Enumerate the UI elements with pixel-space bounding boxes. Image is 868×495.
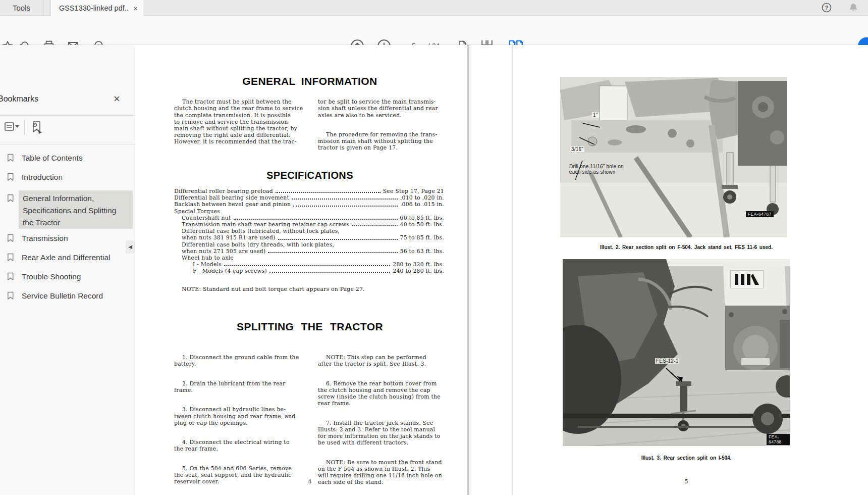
spec-label: Differential ball bearing side movement	[174, 194, 289, 201]
divider	[24, 120, 25, 135]
dot-leader	[352, 225, 397, 226]
spec-row: F - Models (4 cap screws) 240 to 280 ft.…	[174, 268, 444, 274]
section-heading-general-information: GENERAL INFORMATION	[158, 75, 461, 87]
spec-row: Differential roller bearing preload See …	[174, 188, 444, 194]
scan-edge-line	[512, 45, 513, 495]
tab-close-icon[interactable]: ×	[133, 5, 138, 12]
bookmarks-close-icon[interactable]: ×	[114, 93, 120, 105]
tool-label-annotation: FES-12-1	[655, 358, 679, 364]
bookmarks-panel-title: Bookmarks	[0, 94, 38, 104]
spec-row: Transmission main shaft rear bearing ret…	[174, 221, 444, 228]
dot-leader	[268, 252, 397, 253]
intro-column-2: tor be split to service the main transmi…	[318, 92, 445, 164]
photo-code-label: FEA-64788	[767, 434, 790, 445]
steps-column-1: 1. Disconnect the ground cable from the …	[174, 348, 304, 495]
section-heading-specifications: SPECIFICATIONS	[158, 170, 461, 181]
spec-label: Differential case bolts (dry threads, wi…	[182, 241, 334, 248]
notifications-bell-icon[interactable]	[848, 2, 859, 13]
bookmark-item-label: Trouble Shooting	[22, 271, 81, 283]
step-paragraph: 2. Drain the lubricant from the rear fra…	[174, 380, 304, 393]
dot-leader	[234, 219, 398, 220]
spec-value: 56 to 63 ft. lbs.	[400, 248, 444, 255]
bookmark-item-label: Table of Contents	[22, 152, 83, 164]
spec-value: 240 to 280 ft. lbs.	[393, 268, 444, 274]
main-toolbar: / 34	[0, 16, 868, 44]
dot-leader	[276, 192, 381, 193]
spec-row: Differential case bolts (lubricated, wit…	[174, 228, 444, 234]
spec-row: Countershaft nut 60 to 85 ft. lbs.	[174, 215, 444, 221]
drill-hole-annotation: Drill one 11/16" hole on each side as sh…	[569, 164, 624, 175]
spec-value: 75 to 85 ft. lbs.	[400, 234, 444, 241]
paragraph: tor be split to service the main transmi…	[318, 98, 445, 119]
help-icon[interactable]: ?	[821, 2, 832, 13]
illust-2-photo: 1" 3/16" Drill one 11/16" hole on each s…	[560, 77, 787, 237]
divider	[0, 144, 135, 144]
spec-row: when nuts 381 915 R1 are used) 75 to 85 …	[174, 234, 444, 241]
illust-3-caption: Illust. 3. Rear section split on I-504.	[560, 455, 812, 461]
bookmark-item-label: Introduction	[22, 171, 63, 183]
steps-column-2: NOTE: This step can be performed after t…	[318, 348, 445, 495]
spec-label: F - Models (4 cap screws)	[193, 268, 267, 274]
svg-text:?: ?	[825, 5, 829, 11]
spec-label: Differential case bolts (lubricated, wit…	[182, 228, 340, 234]
pdf-page-4: GENERAL INFORMATION The tractor must be …	[136, 45, 467, 495]
section-heading-splitting-the-tractor: SPLITTING THE TRACTOR	[158, 321, 461, 333]
bookmark-item-label: General Information, Specifications and …	[23, 192, 116, 229]
paragraph: The tractor must be split between the cl…	[174, 98, 304, 145]
spec-row: I - Models 280 to 320 ft. lbs.	[174, 261, 444, 268]
paragraph: The procedure for removing the trans- mi…	[318, 131, 445, 152]
spec-value: 40 to 50 ft. lbs.	[400, 221, 444, 228]
spec-row: Special Torques	[174, 208, 444, 215]
spec-value: .006 to .015 in.	[400, 201, 444, 208]
spec-row: Wheel hub to axle	[174, 255, 444, 261]
dot-leader	[224, 265, 390, 266]
spec-label: Countershaft nut	[182, 215, 231, 221]
dot-leader	[293, 206, 398, 207]
photo-logo-mark	[730, 270, 764, 288]
spec-value: See Step 17, Page 21	[383, 188, 444, 194]
tab-strip: Tools GSS1330-linked pdf... × ?	[0, 0, 868, 16]
spec-label: Backlash between bevel gear and pinion	[174, 201, 291, 208]
intro-column-1: The tractor must be split between the cl…	[174, 92, 304, 158]
spec-label: when nuts 381 915 R1 are used)	[182, 234, 276, 241]
tab-document[interactable]: GSS1330-linked pdf... ×	[50, 0, 143, 16]
spec-label: Differential roller bearing preload	[174, 188, 273, 194]
note-paragraph: NOTE: This step can be performed after t…	[318, 354, 445, 367]
document-canvas[interactable]: GENERAL INFORMATION The tractor must be …	[136, 45, 868, 495]
spec-row: when nuts 271 505 are used) 56 to 63 ft.…	[174, 248, 444, 255]
pdf-page-5: 1" 3/16" Drill one 11/16" hole on each s…	[469, 45, 868, 495]
step-paragraph: 1. Disconnect the ground cable from the …	[174, 354, 304, 367]
illust-3-photo: FES-12-1 FEA-64788	[563, 259, 790, 446]
illust-2-caption: Illust. 2. Rear section split on F-504. …	[560, 244, 812, 250]
divider	[0, 115, 135, 116]
spec-label: when nuts 271 505 are used)	[182, 248, 265, 255]
photo-code-label: FEA-64787	[746, 211, 774, 217]
spec-row: Differential case bolts (dry threads, wi…	[174, 241, 444, 248]
spec-row: Differential ball bearing side movement …	[174, 194, 444, 201]
bookmarks-panel: Bookmarks × Table of Contents Introducti…	[0, 45, 135, 495]
bookmark-item-label: Rear Axle and Differential	[22, 252, 110, 264]
dimension-annotation-3-16-inch: 3/16"	[570, 146, 584, 152]
tab-document-label: GSS1330-linked pdf...	[59, 1, 129, 16]
goto-current-bookmark-icon[interactable]	[30, 120, 43, 135]
spec-row: Backlash between bevel gear and pinion .…	[174, 201, 444, 208]
bookmarks-options-icon[interactable]	[4, 121, 21, 134]
spec-value: .010 to .020 in.	[400, 194, 444, 201]
spec-label: Wheel hub to axle	[182, 255, 234, 261]
dot-leader	[269, 272, 390, 273]
page-number: 5	[560, 478, 812, 485]
spec-value: 60 to 85 ft. lbs.	[400, 215, 444, 221]
spec-label: I - Models	[193, 261, 222, 268]
tab-tools[interactable]: Tools	[0, 0, 43, 16]
spec-label: Special Torques	[174, 208, 220, 215]
step-paragraph: 3. Disconnect all hydraulic lines be- tw…	[174, 406, 304, 426]
spec-value: 280 to 320 ft. lbs.	[393, 261, 444, 268]
dimension-annotation-1-inch: 1"	[592, 112, 599, 118]
collapse-panel-handle[interactable]: ◀	[126, 240, 135, 254]
step-paragraph: 7. Install the tractor jack stands. See …	[318, 420, 445, 447]
page-number: 4	[158, 478, 461, 485]
step-paragraph: 6. Remove the rear bottom cover from the…	[318, 380, 445, 407]
dot-leader	[278, 239, 398, 240]
torque-chart-note: NOTE: Standard nut and bolt torque chart…	[182, 286, 444, 292]
bookmark-item-label: Transmission	[22, 232, 68, 244]
